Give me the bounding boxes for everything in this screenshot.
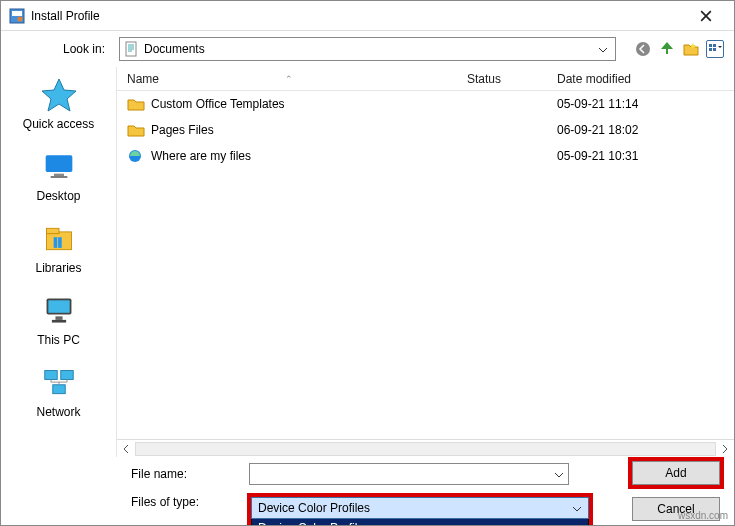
svg-rect-10 <box>54 174 64 177</box>
svg-rect-21 <box>60 371 72 380</box>
chevron-down-icon <box>572 501 582 515</box>
back-icon[interactable] <box>634 40 652 58</box>
libraries-icon <box>38 221 80 257</box>
svg-rect-13 <box>46 228 58 233</box>
svg-rect-22 <box>52 385 64 394</box>
svg-rect-14 <box>53 237 57 248</box>
desktop-icon <box>38 149 80 185</box>
svg-point-4 <box>636 42 650 56</box>
filetype-option[interactable]: Device Color Profiles <box>252 519 588 526</box>
folder-icon <box>127 123 145 137</box>
list-item[interactable]: Pages Files 06-09-21 18:02 <box>117 117 734 143</box>
place-desktop[interactable]: Desktop <box>1 149 116 203</box>
place-libraries[interactable]: Libraries <box>1 221 116 275</box>
pc-icon <box>38 293 80 329</box>
svg-rect-19 <box>51 320 65 323</box>
col-status[interactable]: Status <box>467 72 557 86</box>
edge-icon <box>127 149 145 163</box>
scroll-left-icon[interactable] <box>117 441 135 457</box>
folder-icon <box>127 97 145 111</box>
view-menu-button[interactable] <box>706 40 724 58</box>
filename-input[interactable] <box>249 463 569 485</box>
svg-rect-9 <box>45 155 72 172</box>
svg-rect-20 <box>44 371 56 380</box>
scroll-right-icon[interactable] <box>716 441 734 457</box>
h-scrollbar[interactable] <box>117 439 734 457</box>
svg-rect-18 <box>55 316 62 320</box>
filetype-label: Files of type: <box>131 495 241 509</box>
star-icon <box>38 77 80 113</box>
chevron-down-icon <box>595 42 611 56</box>
sort-caret-icon: ⌃ <box>285 74 293 84</box>
scroll-track[interactable] <box>135 442 716 456</box>
col-name[interactable]: Name <box>127 72 159 86</box>
file-list: Custom Office Templates 05-09-21 11:14 P… <box>117 91 734 439</box>
new-folder-icon[interactable] <box>682 40 700 58</box>
svg-rect-5 <box>709 44 712 47</box>
col-date[interactable]: Date modified <box>557 72 734 86</box>
lookin-value: Documents <box>144 42 595 56</box>
filename-label: File name: <box>131 467 241 481</box>
list-item[interactable]: Where are my files 05-09-21 10:31 <box>117 143 734 169</box>
svg-rect-7 <box>709 48 712 51</box>
filetype-dropdown: Device Color Profiles ICC Profiles Devic… <box>251 519 589 526</box>
filetype-select[interactable]: Device Color Profiles <box>251 497 589 519</box>
svg-rect-1 <box>12 11 22 16</box>
lookin-label: Look in: <box>11 42 111 56</box>
lookin-select[interactable]: Documents <box>119 37 616 61</box>
column-headers[interactable]: Name ⌃ Status Date modified <box>117 67 734 91</box>
network-icon <box>38 365 80 401</box>
up-icon[interactable] <box>658 40 676 58</box>
svg-point-2 <box>18 16 23 21</box>
svg-rect-8 <box>713 48 716 51</box>
places-bar: Quick access Desktop Libraries This PC N… <box>1 67 116 457</box>
add-button[interactable]: Add <box>632 461 720 485</box>
watermark: wsxdn.com <box>678 510 728 521</box>
place-this-pc[interactable]: This PC <box>1 293 116 347</box>
place-quick-access[interactable]: Quick access <box>1 77 116 131</box>
svg-rect-11 <box>50 176 67 178</box>
window-title: Install Profile <box>31 9 686 23</box>
app-icon <box>9 8 25 24</box>
documents-icon <box>124 41 140 57</box>
svg-rect-17 <box>48 300 69 312</box>
close-button[interactable] <box>686 2 726 30</box>
svg-rect-15 <box>58 237 62 248</box>
svg-rect-6 <box>713 44 716 47</box>
list-item[interactable]: Custom Office Templates 05-09-21 11:14 <box>117 91 734 117</box>
chevron-down-icon[interactable] <box>554 467 564 481</box>
place-network[interactable]: Network <box>1 365 116 419</box>
